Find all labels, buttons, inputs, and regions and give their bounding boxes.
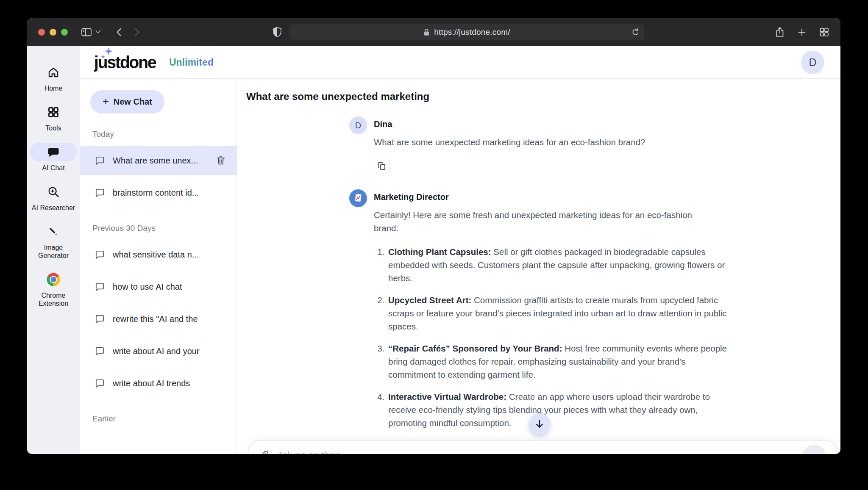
section-label-today: Today [92, 130, 236, 139]
chat-history-sidebar: + New Chat Today What are [80, 79, 237, 454]
idea-list-item: Clothing Plant Capsules: Sell or gift cl… [387, 245, 728, 285]
attach-button[interactable] [259, 450, 270, 454]
sidebar-toggle-button[interactable] [81, 27, 92, 37]
message-input-bar [248, 440, 837, 454]
chat-list-previous: what sensitive data n... how to use AI c… [80, 240, 236, 398]
zoom-button[interactable] [61, 29, 68, 36]
forward-arrow-icon [132, 27, 142, 37]
send-button[interactable] [802, 445, 826, 454]
logo: justdone [94, 53, 159, 72]
tools-icon [30, 103, 77, 122]
sidebar-toggle-icon [81, 27, 92, 37]
chat-bubble-icon [94, 378, 105, 389]
workspace: + New Chat Today What are [80, 79, 840, 454]
account-avatar[interactable]: D [801, 51, 824, 74]
share-icon [775, 26, 785, 38]
chat-history-item[interactable]: brainstorm content id... [80, 178, 236, 208]
trash-icon [215, 155, 226, 166]
idea-list-item: Upcycled Street Art: Commission graffiti… [387, 293, 728, 333]
chrome-extension-icon [30, 270, 77, 289]
brand: justdone Unlimited [94, 53, 214, 72]
chat-bubble-icon [94, 187, 105, 198]
sidebar-menu-chevron[interactable] [95, 30, 101, 34]
chat-history-item[interactable]: write about AI and your [80, 336, 236, 366]
user-message: D Dina What are some unexpected marketin… [349, 116, 728, 174]
tab-overview-icon [819, 27, 829, 37]
delete-chat-button[interactable] [215, 155, 226, 166]
user-message-text: What are some unexpected marketing ideas… [374, 136, 713, 149]
chat-history-title: What are some unex... [113, 156, 208, 166]
url-text: https://justdone.com/ [434, 28, 510, 37]
nav-rail-label: AI Chat [42, 164, 64, 172]
copy-button[interactable] [374, 158, 390, 174]
nav-rail-label: Chrome Extension [29, 291, 78, 307]
nav-rail-item[interactable]: Image Generator [29, 222, 78, 260]
chat-history-title: brainstorm content id... [113, 188, 226, 198]
toolbar-right-icons [775, 26, 829, 38]
chat-panel: What are some unexpected marketing D Din… [237, 79, 840, 454]
chat-bubble-icon [94, 155, 105, 166]
ai-researcher-icon [30, 183, 77, 201]
section-label-previous: Previous 30 Days [92, 224, 236, 233]
browser-window: https://justdone.com/ [27, 18, 840, 454]
reload-icon [631, 28, 640, 37]
nav-rail-item[interactable]: AI Chat [29, 143, 78, 172]
section-label-earlier: Earlier [92, 414, 236, 424]
assistant-avatar [349, 189, 367, 207]
back-arrow-icon [114, 27, 124, 37]
user-name: Dina [374, 116, 728, 129]
new-chat-button[interactable]: + New Chat [90, 90, 164, 114]
new-tab-button[interactable] [797, 27, 807, 37]
ai-chat-icon [30, 143, 77, 161]
chat-input[interactable] [277, 449, 795, 454]
chat-history-item[interactable]: what sensitive data n... [80, 240, 236, 269]
chat-bubble-icon [94, 313, 105, 324]
chat-title: What are some unexpected marketing [246, 91, 840, 102]
idea-list-item: Interactive Virtual Wardrobe: Create an … [387, 390, 728, 429]
app-header: justdone Unlimited D [80, 46, 840, 79]
scroll-to-bottom-button[interactable] [529, 413, 550, 435]
nav-rail-label: AI Researcher [32, 204, 75, 212]
image-generator-icon [30, 222, 77, 241]
shield-icon [273, 27, 282, 38]
main-column: justdone Unlimited D + New Chat Today [80, 46, 840, 454]
down-arrow-icon [534, 418, 545, 429]
nav-rail: Home Tools AI Chat AI Researcher [27, 46, 80, 454]
chat-history-item[interactable]: write about AI trends [80, 368, 236, 398]
logo-text: justdone [94, 53, 156, 72]
copy-icon [377, 161, 387, 171]
plus-icon [797, 27, 807, 37]
idea-list-item: “Repair Cafés” Sponsored by Your Brand: … [387, 342, 728, 381]
nav-rail-item[interactable]: Chrome Extension [29, 270, 78, 307]
privacy-shield-button[interactable] [273, 27, 282, 38]
nav-rail-label: Tools [45, 124, 61, 132]
chat-history-item[interactable]: What are some unex... [80, 146, 236, 175]
chat-history-item[interactable]: rewrite this "AI and the [80, 304, 236, 334]
chat-bubble-icon [94, 249, 105, 260]
assistant-intro: Certainly! Here are some fresh and unexp… [374, 208, 713, 235]
minimize-button[interactable] [50, 29, 56, 36]
chat-history-item[interactable]: how to use AI chat [80, 272, 236, 302]
chat-history-title: write about AI and your [113, 346, 226, 356]
share-button[interactable] [775, 26, 785, 38]
chart-document-icon [353, 192, 364, 204]
chat-history-title: how to use AI chat [113, 282, 226, 292]
chat-bubble-icon [94, 281, 105, 292]
chat-bubble-icon [94, 346, 105, 357]
address-bar[interactable]: https://justdone.com/ [289, 24, 644, 40]
tab-overview-button[interactable] [819, 27, 829, 37]
assistant-name: Marketing Director [374, 189, 728, 202]
app-content: Home Tools AI Chat AI Researcher [27, 46, 840, 454]
chat-history-title: rewrite this "AI and the [113, 314, 226, 324]
forward-button[interactable] [132, 27, 142, 37]
chat-history-title: what sensitive data n... [113, 250, 226, 260]
desktop-background: https://justdone.com/ [0, 0, 868, 490]
nav-rail-item[interactable]: AI Researcher [29, 183, 78, 212]
nav-rail-item[interactable]: Home [29, 63, 78, 92]
reload-button[interactable] [631, 28, 640, 37]
chat-history-title: write about AI trends [113, 379, 226, 388]
back-button[interactable] [114, 27, 124, 37]
close-button[interactable] [38, 29, 45, 36]
paperclip-icon [259, 450, 270, 454]
nav-rail-item[interactable]: Tools [29, 103, 78, 132]
